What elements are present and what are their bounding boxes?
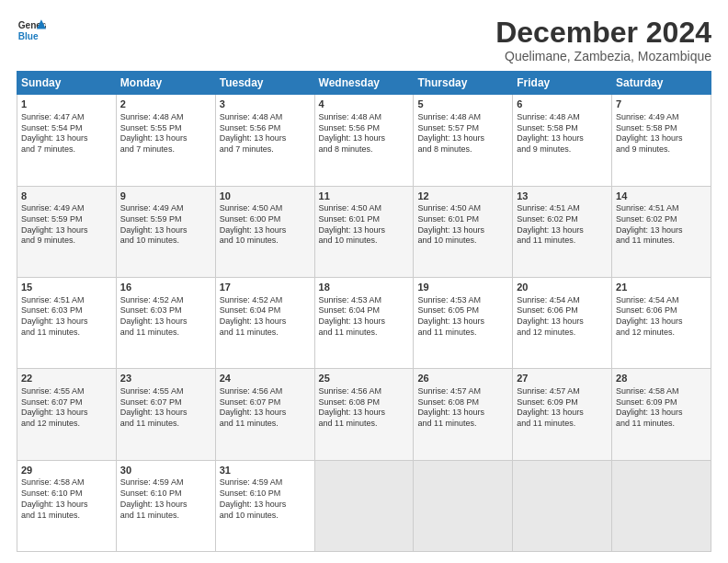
svg-text:Blue: Blue — [18, 31, 39, 41]
cell-content: Sunrise: 4:58 AM Sunset: 6:09 PM Dayligh… — [616, 386, 707, 430]
day-number: 22 — [21, 372, 112, 385]
day-number: 21 — [616, 281, 707, 294]
cell-content: Sunrise: 4:48 AM Sunset: 5:56 PM Dayligh… — [319, 112, 410, 155]
table-row: 19 Sunrise: 4:53 AM Sunset: 6:05 PM Dayl… — [414, 277, 513, 368]
day-number: 15 — [21, 281, 112, 294]
cell-content: Sunrise: 4:51 AM Sunset: 6:02 PM Dayligh… — [616, 203, 707, 247]
main-title: December 2024 — [495, 17, 711, 49]
day-number: 11 — [319, 190, 410, 203]
day-number: 10 — [220, 190, 311, 203]
col-wednesday: Wednesday — [314, 72, 414, 95]
table-row: 31 Sunrise: 4:59 AM Sunset: 6:10 PM Dayl… — [215, 460, 314, 551]
cell-content: Sunrise: 4:56 AM Sunset: 6:07 PM Dayligh… — [220, 386, 311, 430]
calendar-table: Sunday Monday Tuesday Wednesday Thursday… — [17, 71, 711, 552]
header: General Blue December 2024 Quelimane, Za… — [17, 17, 711, 63]
day-number: 16 — [120, 281, 211, 294]
table-row: 8 Sunrise: 4:49 AM Sunset: 5:59 PM Dayli… — [17, 186, 117, 277]
table-row: 7 Sunrise: 4:49 AM Sunset: 5:58 PM Dayli… — [612, 95, 711, 186]
col-monday: Monday — [116, 72, 215, 95]
table-row: 27 Sunrise: 4:57 AM Sunset: 6:09 PM Dayl… — [513, 369, 612, 460]
day-number: 1 — [21, 98, 112, 111]
cell-content: Sunrise: 4:52 AM Sunset: 6:03 PM Dayligh… — [120, 295, 211, 339]
cell-content: Sunrise: 4:56 AM Sunset: 6:08 PM Dayligh… — [319, 386, 410, 430]
calendar-week-row: 8 Sunrise: 4:49 AM Sunset: 5:59 PM Dayli… — [17, 186, 711, 277]
table-row: 16 Sunrise: 4:52 AM Sunset: 6:03 PM Dayl… — [116, 277, 215, 368]
table-row: 12 Sunrise: 4:50 AM Sunset: 6:01 PM Dayl… — [414, 186, 513, 277]
day-number: 6 — [517, 98, 608, 111]
cell-content: Sunrise: 4:53 AM Sunset: 6:04 PM Dayligh… — [319, 295, 410, 339]
day-number: 27 — [517, 372, 608, 385]
cell-content: Sunrise: 4:59 AM Sunset: 6:10 PM Dayligh… — [220, 477, 311, 521]
calendar-header-row: Sunday Monday Tuesday Wednesday Thursday… — [17, 72, 711, 95]
subtitle: Quelimane, Zambezia, Mozambique — [495, 49, 711, 63]
day-number: 29 — [21, 464, 112, 477]
calendar-week-row: 22 Sunrise: 4:55 AM Sunset: 6:07 PM Dayl… — [17, 369, 711, 460]
logo: General Blue — [17, 17, 46, 46]
day-number: 23 — [120, 372, 211, 385]
cell-content: Sunrise: 4:51 AM Sunset: 6:03 PM Dayligh… — [21, 295, 112, 339]
cell-content: Sunrise: 4:50 AM Sunset: 6:01 PM Dayligh… — [417, 203, 508, 247]
table-row: 2 Sunrise: 4:48 AM Sunset: 5:55 PM Dayli… — [116, 95, 215, 186]
day-number: 24 — [220, 372, 311, 385]
cell-content: Sunrise: 4:58 AM Sunset: 6:10 PM Dayligh… — [21, 477, 112, 521]
table-row: 23 Sunrise: 4:55 AM Sunset: 6:07 PM Dayl… — [116, 369, 215, 460]
cell-content: Sunrise: 4:54 AM Sunset: 6:06 PM Dayligh… — [517, 295, 608, 339]
calendar-week-row: 1 Sunrise: 4:47 AM Sunset: 5:54 PM Dayli… — [17, 95, 711, 186]
day-number: 2 — [120, 98, 211, 111]
table-row: 21 Sunrise: 4:54 AM Sunset: 6:06 PM Dayl… — [612, 277, 711, 368]
calendar-week-row: 15 Sunrise: 4:51 AM Sunset: 6:03 PM Dayl… — [17, 277, 711, 368]
table-row: 11 Sunrise: 4:50 AM Sunset: 6:01 PM Dayl… — [314, 186, 414, 277]
table-row: 22 Sunrise: 4:55 AM Sunset: 6:07 PM Dayl… — [17, 369, 117, 460]
calendar-week-row: 29 Sunrise: 4:58 AM Sunset: 6:10 PM Dayl… — [17, 460, 711, 551]
day-number: 9 — [120, 190, 211, 203]
col-tuesday: Tuesday — [215, 72, 314, 95]
table-row — [414, 460, 513, 551]
col-sunday: Sunday — [17, 72, 117, 95]
day-number: 28 — [616, 372, 707, 385]
table-row: 17 Sunrise: 4:52 AM Sunset: 6:04 PM Dayl… — [215, 277, 314, 368]
title-block: December 2024 Quelimane, Zambezia, Mozam… — [495, 17, 711, 63]
table-row: 29 Sunrise: 4:58 AM Sunset: 6:10 PM Dayl… — [17, 460, 117, 551]
day-number: 26 — [417, 372, 508, 385]
page: General Blue December 2024 Quelimane, Za… — [0, 0, 728, 563]
cell-content: Sunrise: 4:50 AM Sunset: 6:00 PM Dayligh… — [220, 203, 311, 247]
day-number: 4 — [319, 98, 410, 111]
table-row: 5 Sunrise: 4:48 AM Sunset: 5:57 PM Dayli… — [414, 95, 513, 186]
table-row — [612, 460, 711, 551]
table-row — [513, 460, 612, 551]
table-row: 28 Sunrise: 4:58 AM Sunset: 6:09 PM Dayl… — [612, 369, 711, 460]
table-row: 20 Sunrise: 4:54 AM Sunset: 6:06 PM Dayl… — [513, 277, 612, 368]
cell-content: Sunrise: 4:55 AM Sunset: 6:07 PM Dayligh… — [21, 386, 112, 430]
col-thursday: Thursday — [414, 72, 513, 95]
table-row: 30 Sunrise: 4:59 AM Sunset: 6:10 PM Dayl… — [116, 460, 215, 551]
day-number: 25 — [319, 372, 410, 385]
cell-content: Sunrise: 4:51 AM Sunset: 6:02 PM Dayligh… — [517, 203, 608, 247]
cell-content: Sunrise: 4:47 AM Sunset: 5:54 PM Dayligh… — [21, 112, 112, 155]
table-row: 3 Sunrise: 4:48 AM Sunset: 5:56 PM Dayli… — [215, 95, 314, 186]
cell-content: Sunrise: 4:57 AM Sunset: 6:08 PM Dayligh… — [417, 386, 508, 430]
day-number: 19 — [417, 281, 508, 294]
table-row: 14 Sunrise: 4:51 AM Sunset: 6:02 PM Dayl… — [612, 186, 711, 277]
cell-content: Sunrise: 4:48 AM Sunset: 5:55 PM Dayligh… — [120, 112, 211, 155]
table-row: 25 Sunrise: 4:56 AM Sunset: 6:08 PM Dayl… — [314, 369, 414, 460]
cell-content: Sunrise: 4:54 AM Sunset: 6:06 PM Dayligh… — [616, 295, 707, 339]
day-number: 20 — [517, 281, 608, 294]
cell-content: Sunrise: 4:52 AM Sunset: 6:04 PM Dayligh… — [220, 295, 311, 339]
cell-content: Sunrise: 4:57 AM Sunset: 6:09 PM Dayligh… — [517, 386, 608, 430]
cell-content: Sunrise: 4:48 AM Sunset: 5:56 PM Dayligh… — [220, 112, 311, 155]
day-number: 18 — [319, 281, 410, 294]
table-row: 1 Sunrise: 4:47 AM Sunset: 5:54 PM Dayli… — [17, 95, 117, 186]
cell-content: Sunrise: 4:48 AM Sunset: 5:57 PM Dayligh… — [417, 112, 508, 155]
cell-content: Sunrise: 4:48 AM Sunset: 5:58 PM Dayligh… — [517, 112, 608, 155]
day-number: 7 — [616, 98, 707, 111]
cell-content: Sunrise: 4:49 AM Sunset: 5:59 PM Dayligh… — [21, 203, 112, 247]
table-row: 9 Sunrise: 4:49 AM Sunset: 5:59 PM Dayli… — [116, 186, 215, 277]
cell-content: Sunrise: 4:50 AM Sunset: 6:01 PM Dayligh… — [319, 203, 410, 247]
table-row: 15 Sunrise: 4:51 AM Sunset: 6:03 PM Dayl… — [17, 277, 117, 368]
cell-content: Sunrise: 4:55 AM Sunset: 6:07 PM Dayligh… — [120, 386, 211, 430]
table-row: 6 Sunrise: 4:48 AM Sunset: 5:58 PM Dayli… — [513, 95, 612, 186]
day-number: 30 — [120, 464, 211, 477]
table-row: 26 Sunrise: 4:57 AM Sunset: 6:08 PM Dayl… — [414, 369, 513, 460]
table-row: 4 Sunrise: 4:48 AM Sunset: 5:56 PM Dayli… — [314, 95, 414, 186]
table-row: 18 Sunrise: 4:53 AM Sunset: 6:04 PM Dayl… — [314, 277, 414, 368]
